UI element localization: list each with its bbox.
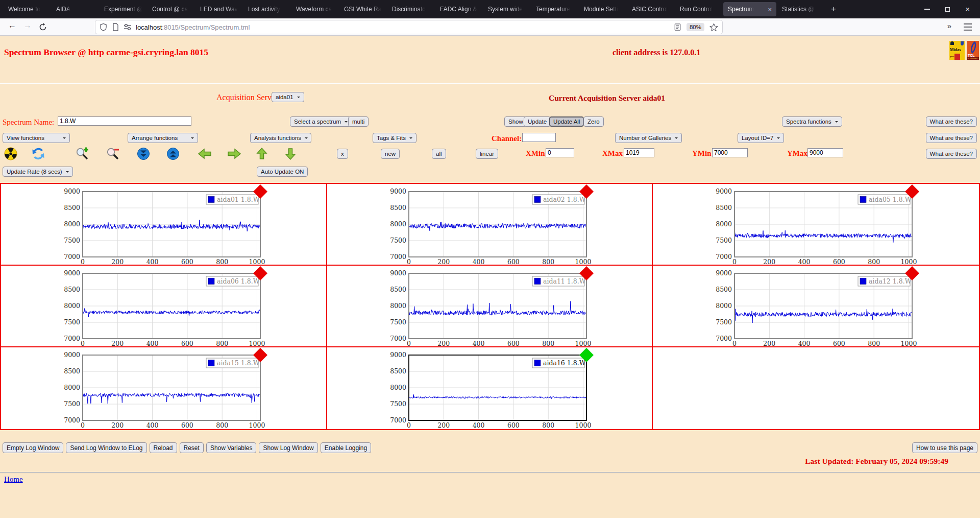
midas-logo[interactable]: Midas powered by bbox=[949, 41, 965, 60]
enable-logging-button[interactable]: Enable Logging bbox=[321, 442, 371, 453]
tab-close-icon[interactable]: × bbox=[766, 6, 772, 13]
browser-tab-waveform-ca[interactable]: Waveform ca bbox=[291, 2, 338, 16]
browser-tab-asic-control[interactable]: ASIC Control bbox=[627, 2, 674, 16]
gallery-cell-aida05[interactable]: 7000750080008500900002004006008001000aid… bbox=[653, 184, 979, 266]
ymax-input[interactable] bbox=[807, 148, 843, 157]
spectra-functions-select[interactable]: Spectra functions bbox=[782, 116, 842, 127]
layout-id-select[interactable]: Layout ID=7 bbox=[738, 133, 784, 143]
spectrum-plot-aida06[interactable]: 7000750080008500900002004006008001000aid… bbox=[62, 266, 271, 347]
channel-input[interactable] bbox=[522, 133, 556, 142]
browser-tab-module-setti[interactable]: Module Setti bbox=[579, 2, 626, 16]
what-are-these-button-1[interactable]: What are these? bbox=[926, 116, 977, 127]
send-log-window-to-elog-button[interactable]: Send Log Window to ELog bbox=[66, 442, 146, 453]
page-info-icon[interactable] bbox=[112, 23, 119, 31]
what-are-these-button-2[interactable]: What are these? bbox=[926, 133, 977, 143]
xmax-input[interactable] bbox=[624, 148, 654, 157]
how-to-use-button[interactable]: How to use this page bbox=[912, 442, 977, 453]
expand-y-icon[interactable] bbox=[166, 147, 180, 162]
new-button[interactable]: new bbox=[381, 149, 400, 159]
spectrum-plot-aida02[interactable]: 7000750080008500900002004006008001000aid… bbox=[388, 184, 597, 265]
permissions-icon[interactable] bbox=[124, 23, 132, 31]
spectrum-plot-aida11[interactable]: 7000750080008500900002004006008001000aid… bbox=[388, 266, 597, 347]
forward-button[interactable]: → bbox=[23, 21, 32, 30]
browser-tab-discriminato[interactable]: Discriminato bbox=[387, 2, 434, 16]
analysis-functions-select[interactable]: Analysis functions bbox=[250, 133, 311, 143]
x-button[interactable]: x bbox=[337, 149, 348, 159]
number-of-galleries-select[interactable]: Number of Galleries bbox=[615, 133, 682, 143]
show-variables-button[interactable]: Show Variables bbox=[206, 442, 257, 453]
browser-tab-gsi-white-ra[interactable]: GSI White Ra bbox=[339, 2, 386, 16]
zoom-in-icon[interactable] bbox=[76, 147, 89, 162]
all-button[interactable]: all bbox=[432, 149, 446, 159]
pan-right-icon[interactable] bbox=[227, 147, 242, 162]
empty-log-window-button[interactable]: Empty Log Window bbox=[3, 442, 63, 453]
pan-down-icon[interactable] bbox=[284, 147, 297, 162]
multi-button[interactable]: multi bbox=[348, 116, 369, 127]
tcl-powered-logo[interactable]: TCL POWERED bbox=[967, 41, 979, 60]
gallery-cell-aida15[interactable]: 7000750080008500900002004006008001000aid… bbox=[1, 347, 327, 429]
window-minimize-button[interactable] bbox=[924, 9, 930, 10]
what-are-these-button-3[interactable]: What are these? bbox=[926, 149, 977, 159]
gallery-cell-aida06[interactable]: 7000750080008500900002004006008001000aid… bbox=[1, 266, 327, 347]
browser-tab-lost-activity[interactable]: Lost activity bbox=[243, 2, 290, 16]
browser-tab-run-control[interactable]: Run Control bbox=[675, 2, 722, 16]
select-a-spectrum-select[interactable]: Select a spectrum bbox=[290, 116, 352, 127]
gallery-cell-aida16[interactable]: 7000750080008500900002004006008001000aid… bbox=[327, 347, 653, 429]
update-button[interactable]: Update bbox=[524, 116, 551, 127]
browser-tab-system-wide[interactable]: System wide bbox=[483, 2, 530, 16]
ymin-input[interactable] bbox=[712, 148, 748, 157]
browser-tab-fadc-align[interactable]: FADC Align & bbox=[435, 2, 482, 16]
browser-tab-led-and-wav[interactable]: LED and Wav bbox=[195, 2, 242, 16]
browser-tab-welcome-to[interactable]: Welcome to bbox=[4, 2, 51, 16]
acquisition-server-select[interactable]: aida01 bbox=[272, 92, 304, 102]
url-bar[interactable]: localhost:8015/Spectrum/Spectrum.tml 80% bbox=[95, 20, 722, 34]
url-text[interactable]: localhost:8015/Spectrum/Spectrum.tml bbox=[136, 23, 250, 31]
shield-icon[interactable] bbox=[100, 23, 107, 31]
spectrum-plot-aida12[interactable]: 7000750080008500900002004006008001000aid… bbox=[714, 266, 922, 347]
zero-button[interactable]: Zero bbox=[583, 116, 604, 127]
auto-update-button[interactable]: Auto Update ON bbox=[257, 167, 308, 177]
spectrum-plot-aida15[interactable]: 7000750080008500900002004006008001000aid… bbox=[62, 348, 271, 429]
reload-icon[interactable] bbox=[39, 23, 47, 31]
gallery-cell-aida02[interactable]: 7000750080008500900002004006008001000aid… bbox=[327, 184, 653, 266]
zoom-out-icon[interactable] bbox=[106, 147, 119, 162]
bookmark-star-icon[interactable] bbox=[709, 23, 718, 32]
arrange-functions-select[interactable]: Arrange functions bbox=[128, 133, 198, 143]
spectrum-plot-aida16[interactable]: 7000750080008500900002004006008001000aid… bbox=[388, 348, 597, 429]
pan-up-icon[interactable] bbox=[255, 147, 268, 162]
browser-tab-control-ca[interactable]: Control @ ca bbox=[148, 2, 194, 16]
home-link[interactable]: Home bbox=[4, 475, 23, 484]
browser-tab-temperature[interactable]: Temperature bbox=[531, 2, 578, 16]
pan-left-icon[interactable] bbox=[197, 147, 212, 162]
reset-button[interactable]: Reset bbox=[180, 442, 204, 453]
zoom-level-badge[interactable]: 80% bbox=[687, 23, 704, 31]
xmin-input[interactable] bbox=[546, 148, 574, 157]
back-button[interactable]: ← bbox=[8, 21, 16, 30]
reader-view-icon[interactable] bbox=[674, 23, 681, 31]
radiation-icon[interactable] bbox=[4, 147, 17, 162]
menu-hamburger-icon[interactable] bbox=[964, 23, 972, 31]
window-maximize-button[interactable] bbox=[945, 7, 950, 12]
browser-tab-spectrum[interactable]: Spectrum× bbox=[723, 2, 776, 16]
spectrum-name-input[interactable] bbox=[58, 116, 191, 126]
refresh-icon[interactable] bbox=[32, 147, 45, 162]
gallery-cell-aida11[interactable]: 7000750080008500900002004006008001000aid… bbox=[327, 266, 653, 347]
update-all-button[interactable]: Update All bbox=[549, 116, 584, 127]
tags-fits-select[interactable]: Tags & Fits bbox=[373, 133, 416, 143]
linear-button[interactable]: linear bbox=[476, 149, 498, 159]
spectrum-plot-aida05[interactable]: 7000750080008500900002004006008001000aid… bbox=[714, 184, 922, 265]
gallery-cell-aida01[interactable]: 7000750080008500900002004006008001000aid… bbox=[1, 184, 327, 266]
window-close-button[interactable]: × bbox=[965, 7, 970, 12]
browser-tab-statistics[interactable]: Statistics @ bbox=[777, 2, 824, 16]
spectrum-plot-aida01[interactable]: 7000750080008500900002004006008001000aid… bbox=[62, 184, 271, 265]
gallery-cell-aida12[interactable]: 7000750080008500900002004006008001000aid… bbox=[653, 266, 979, 347]
browser-tab-aida[interactable]: AIDA bbox=[52, 2, 99, 16]
new-tab-button[interactable]: + bbox=[825, 4, 842, 14]
toolbar-overflow-icon[interactable]: » bbox=[947, 21, 951, 30]
compress-y-icon[interactable] bbox=[137, 147, 150, 162]
view-functions-select[interactable]: View functions bbox=[3, 133, 70, 143]
update-rate-select[interactable]: Update Rate (8 secs) bbox=[3, 167, 73, 177]
show-log-window-button[interactable]: Show Log Window bbox=[259, 442, 317, 453]
reload-button[interactable]: Reload bbox=[150, 442, 177, 453]
browser-tab-experiment[interactable]: Experiment @ bbox=[100, 2, 146, 16]
